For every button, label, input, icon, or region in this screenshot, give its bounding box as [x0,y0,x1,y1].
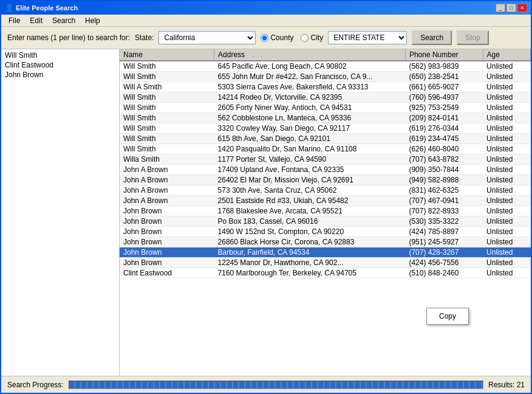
cell-age: Unlisted [483,165,530,175]
table-header-row: Name Address Phone Number Age [120,49,531,61]
cell-name: John Brown [120,258,214,268]
table-row[interactable]: John Brown1768 Blakeslee Ave, Arcata, CA… [120,206,531,216]
cell-name: Will Smith [120,123,214,134]
cell-phone: (831) 462-6325 [405,185,483,196]
state-select[interactable]: California Alabama Alaska [159,31,256,44]
table-row[interactable]: Will Smith645 Pacific Ave, Long Beach, C… [120,61,531,72]
cell-age: Unlisted [483,123,530,134]
table-row[interactable]: John BrownBarbour, Fairfield, CA 94534(7… [120,247,531,258]
table-row[interactable]: John Brown26860 Black Horse Cir, Corona,… [120,237,531,247]
table-row[interactable]: John BrownPo Box 183, Cassel, CA 96016(5… [120,216,531,227]
cell-name: Will Smith [120,134,214,144]
cell-address: 17409 Upland Ave, Fontana, CA 92335 [214,165,406,175]
city-radio[interactable] [301,34,309,42]
cell-age: Unlisted [483,61,530,72]
cell-phone: (424) 456-7556 [405,258,483,268]
county-select[interactable]: ENTIRE STATE [328,31,407,44]
table-row[interactable]: Will Smith615 8th Ave, San Diego, CA 921… [120,134,531,144]
table-row[interactable]: Will Smith3320 Cowley Way, San Diego, CA… [120,123,531,134]
main-content: Will SmithClint EastwoodJohn Brown Name … [1,49,531,376]
cell-name: John Brown [120,227,214,237]
context-menu: Copy [426,308,469,325]
cell-address: 26402 El Mar Dr, Mission Viejo, CA 92691 [214,175,406,185]
table-row[interactable]: John A Brown2501 Eastside Rd #33, Ukiah,… [120,196,531,206]
col-phone[interactable]: Phone Number [405,49,483,61]
maximize-button[interactable]: □ [506,4,516,12]
cell-phone: (530) 335-3322 [405,216,483,227]
title-bar: 👤 Elite People Search _ □ ✕ [1,1,531,15]
menu-help[interactable]: Help [80,15,105,26]
table-row[interactable]: Will Smith562 Cobblestone Ln, Manteca, C… [120,113,531,123]
table-row[interactable]: Willa Smith1177 Porter St, Vallejo, CA 9… [120,154,531,165]
stop-button[interactable]: Stop [457,30,489,45]
cell-address: 7160 Marlborough Ter, Berkeley, CA 94705 [214,268,406,278]
results-count: Results: 21 [488,381,525,389]
cell-name: John Brown [120,247,214,258]
cell-address: 645 Pacific Ave, Long Beach, CA 90802 [214,61,406,72]
table-body: Will Smith645 Pacific Ave, Long Beach, C… [120,61,531,278]
progress-label: Search Progress: [7,381,64,389]
names-panel: Will SmithClint EastwoodJohn Brown [1,49,120,376]
county-radio[interactable] [261,34,268,42]
cell-age: Unlisted [483,134,530,144]
cell-address: 5303 Sierra Caves Ave, Bakersfield, CA 9… [214,82,406,92]
cell-name: John Brown [120,206,214,216]
cell-phone: (909) 350-7844 [405,165,483,175]
table-row[interactable]: Will Smith655 John Muir Dr #e422, San Fr… [120,72,531,82]
progress-bar-container: 100% [69,381,483,389]
cell-name: Will Smith [120,113,214,123]
table-row[interactable]: Clint Eastwood7160 Marlborough Ter, Berk… [120,268,531,278]
table-row[interactable]: Will Smith14214 Rodeo Dr, Victorville, C… [120,92,531,103]
cell-age: Unlisted [483,258,530,268]
names-list-item[interactable]: Will Smith [2,50,118,60]
names-list-item[interactable]: John Brown [2,70,118,80]
col-address[interactable]: Address [214,49,406,61]
minimize-button[interactable]: _ [496,4,505,12]
county-label: County [270,33,293,42]
cell-address: 2605 Forty Niner Way, Antioch, CA 94531 [214,103,406,113]
menu-edit[interactable]: Edit [25,15,47,26]
col-name[interactable]: Name [120,49,214,61]
close-button[interactable]: ✕ [517,4,527,12]
window-title: Elite People Search [16,4,496,12]
col-age[interactable]: Age [483,49,530,61]
main-window: 👤 Elite People Search _ □ ✕ File Edit Se… [0,0,532,394]
table-row[interactable]: John A Brown573 30th Ave, Santa Cruz, CA… [120,185,531,196]
table-row[interactable]: John Brown1490 W 152nd St, Compton, CA 9… [120,227,531,237]
table-row[interactable]: John Brown12245 Manor Dr, Hawthorne, CA … [120,258,531,268]
table-row[interactable]: Will Smith1420 Pasqualito Dr, San Marino… [120,144,531,154]
city-radio-label[interactable]: City [301,33,323,42]
cell-address: 14214 Rodeo Dr, Victorville, CA 92395 [214,92,406,103]
table-row[interactable]: John A Brown26402 El Mar Dr, Mission Vie… [120,175,531,185]
cell-name: Will Smith [120,144,214,154]
cell-age: Unlisted [483,113,530,123]
search-type-group: County City [261,33,323,42]
menu-search[interactable]: Search [47,15,80,26]
cell-phone: (619) 276-0344 [405,123,483,134]
results-table: Name Address Phone Number Age Will Smith… [120,49,531,278]
cell-age: Unlisted [483,144,530,154]
cell-age: Unlisted [483,206,530,216]
table-row[interactable]: John A Brown17409 Upland Ave, Fontana, C… [120,165,531,175]
cell-phone: (707) 467-0941 [405,196,483,206]
names-list-item[interactable]: Clint Eastwood [2,60,118,70]
results-panel[interactable]: Name Address Phone Number Age Will Smith… [120,49,531,376]
cell-address: 3320 Cowley Way, San Diego, CA 92117 [214,123,406,134]
context-menu-copy[interactable]: Copy [427,309,468,323]
cell-age: Unlisted [483,247,530,258]
county-radio-label[interactable]: County [261,33,293,42]
cell-address: 1490 W 152nd St, Compton, CA 90220 [214,227,406,237]
cell-phone: (661) 665-9027 [405,82,483,92]
cell-address: 26860 Black Horse Cir, Corona, CA 92883 [214,237,406,247]
cell-age: Unlisted [483,237,530,247]
window-controls: _ □ ✕ [496,4,527,12]
search-button[interactable]: Search [412,30,452,45]
table-row[interactable]: Will A Smith5303 Sierra Caves Ave, Baker… [120,82,531,92]
table-row[interactable]: Will Smith2605 Forty Niner Way, Antioch,… [120,103,531,113]
status-bar: Search Progress: 100% Results: 21 [1,376,531,393]
menu-file[interactable]: File [4,15,25,26]
city-label: City [310,33,323,42]
cell-phone: (619) 234-4745 [405,134,483,144]
cell-age: Unlisted [483,268,530,278]
cell-age: Unlisted [483,216,530,227]
